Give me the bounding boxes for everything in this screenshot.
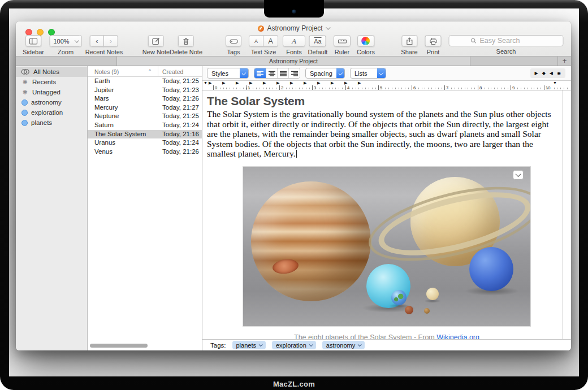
sidebar-item-label: All Notes (33, 68, 59, 75)
align-right-button[interactable] (288, 68, 300, 78)
note-content[interactable]: The Solar System The Solar System is the… (202, 90, 571, 339)
tab-stop-icon[interactable]: ▶ (290, 81, 293, 85)
tab-stop-icon[interactable]: ▶ (263, 81, 266, 85)
tags-button[interactable] (226, 35, 241, 47)
delete-note-button[interactable] (178, 35, 194, 47)
default-style-button[interactable]: Aa (309, 35, 326, 47)
tab-stop-icon[interactable]: ▶ (276, 81, 279, 85)
center-tab-marker-icon[interactable]: ◆ (542, 71, 546, 76)
right-tab-marker-icon[interactable]: ▶ (535, 71, 538, 76)
sidebar-item-astronomy[interactable]: astronomy (16, 97, 87, 107)
tag-pill-exploration[interactable]: exploration (272, 341, 316, 349)
notes-count-header[interactable]: Notes (9) (94, 68, 119, 75)
note-row-jupiter[interactable]: Jupiter Today, 21:23 (88, 86, 202, 95)
align-left-button[interactable] (254, 68, 266, 78)
tab-stop-icon[interactable]: ▶ (358, 81, 361, 85)
note-row-mercury[interactable]: Mercury Today, 21:27 (88, 103, 202, 112)
search-field[interactable] (449, 35, 564, 46)
ruler[interactable]: ▼ ▶ ▶ ▶ ▶ ▶ ▶ ▶ ▶ ▶ ▶ ▶ ▶ ▼ 0 (202, 81, 571, 90)
print-button[interactable] (425, 35, 442, 47)
text-larger-button[interactable]: A (263, 35, 278, 47)
left-tab-marker-icon[interactable]: ◀ (550, 71, 553, 76)
decimal-tab-marker-icon[interactable]: ◉ (557, 71, 561, 76)
created-column-header[interactable]: Created (162, 68, 183, 75)
search-icon (470, 37, 478, 45)
note-row-venus[interactable]: Venus Today, 21:26 (88, 148, 202, 157)
indent-marker-icon[interactable]: ▼ (204, 81, 207, 85)
add-tab-button[interactable]: + (557, 57, 571, 66)
sidebar-item-planets[interactable]: planets (16, 118, 87, 128)
new-note-button[interactable] (148, 35, 164, 47)
tag-pill-astronomy[interactable]: astronomy (322, 341, 365, 349)
ruler-icon (338, 37, 347, 46)
notes-list-header[interactable]: Notes (9) ^ Created (88, 66, 202, 77)
jupiter-image (251, 181, 371, 301)
chevron-down-icon (240, 68, 248, 78)
all-notes-icon (21, 68, 30, 75)
content-right-divider (562, 90, 563, 339)
styles-dropdown[interactable]: Styles (207, 68, 249, 79)
forward-button[interactable]: › (104, 35, 118, 47)
tab-stop-icon[interactable]: ▶ (331, 81, 334, 85)
tag-icon (229, 37, 239, 46)
sidebar-toggle-button[interactable] (25, 35, 41, 47)
note-row-neptune[interactable]: Neptune Today, 21:25 (88, 112, 202, 121)
tag-pill-planets[interactable]: planets (232, 341, 266, 349)
recent-notes-label: Recent Notes (85, 49, 123, 55)
sidebar: All Notes ✱ Recents ✱ Untagged astronomy (16, 66, 88, 350)
search-input[interactable] (480, 37, 542, 45)
brand-label: MacZL.com (0, 380, 588, 388)
great-red-spot (271, 258, 299, 275)
sidebar-item-label: Untagged (32, 89, 60, 96)
planets-image[interactable] (243, 167, 530, 326)
note-row-the-solar-system[interactable]: The Solar System Today, 21:16 (88, 130, 202, 139)
note-row-saturn[interactable]: Saturn Today, 21:24 (88, 121, 202, 130)
tab-stop-icon[interactable]: ▶ (236, 81, 239, 85)
chevron-down-icon[interactable] (326, 25, 330, 29)
delete-note-label: Delete Note (170, 49, 202, 55)
tab-bar: Astronomy Project + (16, 57, 571, 66)
image-options-button[interactable] (513, 170, 524, 180)
mercury-image (424, 308, 430, 314)
toolbar: Astronomy Project Sidebar 100% (16, 21, 571, 57)
tab-astronomy-project[interactable]: Astronomy Project (116, 57, 470, 66)
align-center-button[interactable] (266, 68, 277, 78)
tab-stop-icon[interactable]: ▶ (222, 81, 225, 85)
wikipedia-link[interactable]: Wikipedia.org (436, 333, 479, 339)
webcam-icon (292, 10, 296, 14)
note-row-mars[interactable]: Mars Today, 21:26 (88, 94, 202, 103)
note-row-uranus[interactable]: Uranus Today, 21:24 (88, 138, 202, 148)
horizontal-scrollbar[interactable] (90, 344, 148, 348)
fonts-button[interactable]: A (283, 35, 305, 47)
spacing-dropdown[interactable]: Spacing (305, 68, 345, 79)
share-label: Share (401, 49, 417, 55)
tab-stop-icon[interactable]: ▶ (249, 81, 252, 85)
right-margin-marker-icon[interactable]: ▼ (553, 81, 557, 85)
colors-label: Colors (357, 49, 375, 55)
back-button[interactable]: ‹ (90, 35, 104, 47)
tag-circle-icon (21, 120, 28, 126)
tab-stop-icon[interactable]: ▶ (209, 81, 211, 85)
lists-dropdown[interactable]: Lists (350, 68, 386, 79)
share-button[interactable] (401, 35, 417, 47)
window-title-text: Astronomy Project (267, 24, 322, 32)
ruler-button[interactable] (334, 35, 351, 47)
tab-stop-icon[interactable]: ▶ (344, 81, 347, 85)
note-row-earth[interactable]: Earth Today, 21:25 (88, 77, 202, 86)
chevron-down-icon (75, 38, 79, 42)
document-proxy-icon[interactable] (258, 25, 264, 32)
zoom-dropdown[interactable]: 100% (50, 35, 82, 47)
note-body: The Solar System is the gravitationally … (207, 109, 559, 159)
chevron-down-icon (259, 343, 263, 346)
sidebar-item-recents[interactable]: ✱ Recents (16, 77, 87, 87)
tab-stop-icon[interactable]: ▶ (317, 81, 320, 85)
align-justify-button[interactable] (277, 68, 288, 78)
colors-button[interactable] (357, 35, 374, 47)
tab-stop-icon[interactable]: ▶ (304, 81, 306, 85)
compose-icon (152, 37, 161, 46)
sidebar-item-exploration[interactable]: exploration (16, 107, 87, 118)
text-smaller-button[interactable]: A (249, 35, 263, 47)
sidebar-item-untagged[interactable]: ✱ Untagged (16, 87, 87, 97)
sidebar-item-all-notes[interactable]: All Notes (16, 67, 87, 77)
sidebar-button-label: Sidebar (23, 49, 44, 55)
